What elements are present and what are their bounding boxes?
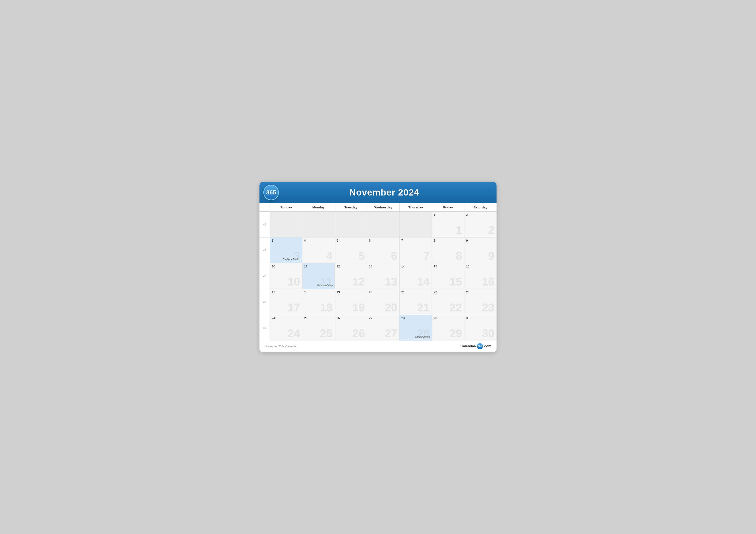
cell-day-number: 23 xyxy=(466,291,495,294)
calendar-cell-29: 2929 xyxy=(432,315,464,341)
cell-day-number: 15 xyxy=(434,265,462,268)
cell-day-number: 2 xyxy=(466,213,495,216)
calendar-cell-14: 1414 xyxy=(399,263,432,289)
calendar-cell-12: 1212 xyxy=(335,263,367,289)
week-number-45: 45 xyxy=(259,237,270,263)
cell-day-number: 27 xyxy=(369,316,398,320)
day-header-monday: Monday xyxy=(302,203,335,211)
cell-watermark: 24 xyxy=(287,328,300,339)
calendar-cell-7: 77 xyxy=(399,237,432,263)
calendar-cell-20: 2020 xyxy=(367,289,399,315)
cell-watermark: 27 xyxy=(385,328,397,339)
cell-day-number: 21 xyxy=(401,291,430,294)
cell-watermark: 18 xyxy=(320,302,333,313)
cell-day-number: 20 xyxy=(369,291,398,294)
calendar-header: 365 November 2024 xyxy=(259,182,497,203)
calendar-cell-25: 2525 xyxy=(302,315,335,341)
calendar-cell-11: 1111Veterans' Day xyxy=(302,263,335,289)
cell-watermark: 22 xyxy=(449,302,462,313)
cell-day-number: 26 xyxy=(337,316,365,320)
cell-watermark: 8 xyxy=(456,250,462,261)
cell-day-number: 30 xyxy=(466,316,495,320)
cell-day-number: 18 xyxy=(304,291,333,294)
calendar-cell-27: 2727 xyxy=(367,315,399,341)
cell-day-number: 6 xyxy=(369,239,398,242)
cell-watermark: 4 xyxy=(326,250,333,261)
cell-watermark: 1 xyxy=(456,224,462,236)
holiday-label: Daylight Saving xyxy=(272,258,300,262)
calendar-cell-19: 1919 xyxy=(335,289,367,315)
calendar-cell-15: 1515 xyxy=(432,263,464,289)
cell-watermark: 15 xyxy=(449,276,462,287)
footer-brand: Calendar- 365 .com xyxy=(461,343,491,349)
week-number-46: 46 xyxy=(259,263,270,289)
brand-prefix: Calendar- xyxy=(461,344,476,348)
logo-text: 365 xyxy=(266,189,276,196)
calendar-cell-empty-0-3 xyxy=(367,212,399,237)
day-headers-row: SundayMondayTuesdayWednesdayThursdayFrid… xyxy=(259,203,497,212)
day-header-wednesday: Wednesday xyxy=(367,203,399,211)
calendar-cell-24: 2424 xyxy=(270,315,302,341)
cell-watermark: 20 xyxy=(385,302,397,313)
calendar-cell-1: 11 xyxy=(432,212,464,237)
cell-watermark: 5 xyxy=(359,250,365,261)
calendar-cell-5: 55 xyxy=(335,237,367,263)
day-header-saturday: Saturday xyxy=(464,203,497,211)
calendar-cell-2: 22 xyxy=(464,212,497,237)
day-header-tuesday: Tuesday xyxy=(335,203,367,211)
logo-circle: 365 xyxy=(263,185,279,200)
cell-watermark: 10 xyxy=(287,276,300,287)
calendar-cell-17: 1717 xyxy=(270,289,302,315)
cell-watermark: 29 xyxy=(449,328,462,339)
cell-day-number: 24 xyxy=(272,316,300,320)
cell-day-number: 13 xyxy=(369,265,398,268)
cell-day-number: 29 xyxy=(434,316,462,320)
calendar-cell-30: 3030 xyxy=(464,315,497,341)
footer-left-text: November 2024 Calendar xyxy=(265,345,297,348)
calendar-cell-22: 2222 xyxy=(432,289,464,315)
brand-365-circle: 365 xyxy=(477,343,483,349)
cell-day-number: 10 xyxy=(272,265,300,268)
cell-day-number: 14 xyxy=(401,265,430,268)
cell-day-number: 11 xyxy=(304,265,333,268)
holiday-label: Thanksgiving xyxy=(401,336,430,339)
calendar-cell-empty-0-2 xyxy=(335,212,367,237)
cell-watermark: 23 xyxy=(482,302,494,313)
calendar-cell-13: 1313 xyxy=(367,263,399,289)
cell-day-number: 4 xyxy=(304,239,333,242)
week-number-44: 44 xyxy=(259,212,270,237)
calendar-cell-21: 2121 xyxy=(399,289,432,315)
calendar-cell-8: 88 xyxy=(432,237,464,263)
calendar-cell-23: 2323 xyxy=(464,289,497,315)
cell-day-number: 9 xyxy=(466,239,495,242)
cell-watermark: 16 xyxy=(482,276,494,287)
day-header-sunday: Sunday xyxy=(270,203,302,211)
calendar-cell-16: 1616 xyxy=(464,263,497,289)
cell-watermark: 7 xyxy=(423,250,430,261)
calendar-cell-28: 2828Thanksgiving xyxy=(399,315,432,341)
cell-watermark: 17 xyxy=(287,302,300,313)
cell-watermark: 13 xyxy=(385,276,397,287)
cell-watermark: 14 xyxy=(417,276,430,287)
cell-day-number: 12 xyxy=(337,265,365,268)
cell-day-number: 16 xyxy=(466,265,495,268)
calendar-cell-empty-0-4 xyxy=(399,212,432,237)
cell-day-number: 17 xyxy=(272,291,300,294)
cell-watermark: 12 xyxy=(352,276,365,287)
day-header-thursday: Thursday xyxy=(399,203,432,211)
cell-day-number: 22 xyxy=(434,291,462,294)
cell-watermark: 6 xyxy=(391,250,397,261)
cell-watermark: 9 xyxy=(488,250,494,261)
cell-day-number: 25 xyxy=(304,316,333,320)
calendar-cell-3: 33Daylight Saving xyxy=(270,237,302,263)
day-header-friday: Friday xyxy=(432,203,464,211)
cell-day-number: 3 xyxy=(272,239,300,242)
cell-watermark: 26 xyxy=(352,328,365,339)
calendar-cell-4: 44 xyxy=(302,237,335,263)
cell-day-number: 19 xyxy=(337,291,365,294)
calendar-footer: November 2024 Calendar Calendar- 365 .co… xyxy=(259,341,497,350)
calendar-cell-empty-0-0 xyxy=(270,212,302,237)
cell-day-number: 1 xyxy=(434,213,462,216)
cell-watermark: 21 xyxy=(417,302,430,313)
calendar-cell-6: 66 xyxy=(367,237,399,263)
